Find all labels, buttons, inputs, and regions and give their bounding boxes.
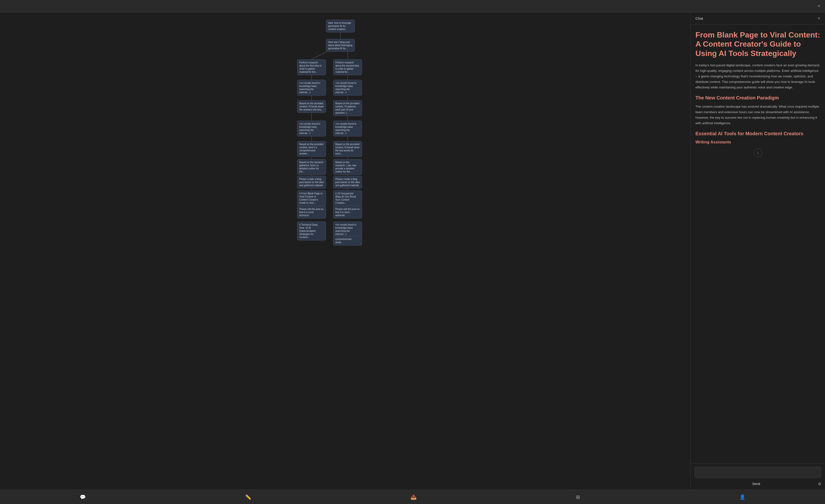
flow-node-n16[interactable]: Please create a blog post based on the i… bbox=[333, 176, 362, 188]
section2-heading: Essential AI Tools for Modern Content Cr… bbox=[695, 131, 820, 137]
section3-heading: Writing Assistants bbox=[695, 140, 820, 145]
flow-node-n15[interactable]: Please create a blog post based on the i… bbox=[297, 176, 326, 188]
flow-node-n3[interactable]: Perform research about the first idea in… bbox=[297, 59, 326, 75]
flow-node-n7[interactable]: Based on the provided context, I'll brea… bbox=[297, 100, 326, 113]
flow-node-n20[interactable]: Please edit the post so that it is more … bbox=[333, 206, 362, 219]
flow-node-n18[interactable]: # 10 Unexpected Ways AI Can Boost Your C… bbox=[333, 190, 362, 206]
flow-node-n2[interactable]: Here are 2 blog post ideas about leverag… bbox=[326, 39, 355, 52]
flow-node-n23[interactable]: comprehensive analy... bbox=[333, 236, 362, 246]
flow-node-n17[interactable]: # From Blank Page to Viral Content: A Co… bbox=[297, 190, 326, 206]
flow-panel: Idea: how to leverage generative AI for … bbox=[0, 12, 690, 490]
nav-chat-icon[interactable]: 💬 bbox=[76, 492, 90, 502]
flow-node-n22[interactable]: <no results found in knowledge base, sea… bbox=[333, 222, 362, 237]
flow-node-n9[interactable]: <no results found in knowledge base, sea… bbox=[297, 120, 326, 137]
flow-node-n11[interactable]: Based on the provided content, here's a … bbox=[297, 141, 326, 157]
flow-node-n6[interactable]: <no results found in knowledge base, sea… bbox=[333, 80, 362, 96]
top-bar: Telechy × bbox=[0, 0, 825, 12]
nav-share-icon[interactable]: 📤 bbox=[407, 492, 421, 502]
flow-node-n13[interactable]: Based on the research gathered, here's a… bbox=[297, 159, 326, 175]
flow-node-n5[interactable]: <no results found in knowledge base, sea… bbox=[297, 80, 326, 96]
flow-node-n21[interactable]: # Technical Deep Dive: 10 AI Implementat… bbox=[297, 222, 326, 241]
search-input[interactable]: Telechy bbox=[4, 4, 814, 8]
article-title: From Blank Page to Viral Content: A Cont… bbox=[695, 30, 820, 58]
flow-node-n14[interactable]: Based on the research, I can now provide… bbox=[333, 159, 362, 175]
flow-node-n4[interactable]: Perform research about the second idea i… bbox=[333, 59, 362, 75]
intro-text: In today's fast-paced digital landscape,… bbox=[695, 63, 820, 90]
flow-node-n12[interactable]: Based on the provided context, I'll brea… bbox=[333, 141, 362, 157]
flow-node-n8[interactable]: Based on the provided context, I'll addr… bbox=[333, 100, 362, 116]
bottom-nav: 💬 ✏️ 📤 ⊞ 👤 bbox=[0, 490, 825, 504]
chat-content: From Blank Page to Viral Content: A Cont… bbox=[691, 24, 825, 464]
close-icon[interactable]: × bbox=[817, 3, 821, 10]
section1-text: The content creation landscape has evolv… bbox=[695, 104, 820, 126]
chat-header-title: Chat bbox=[695, 16, 703, 20]
chat-header: Chat × bbox=[691, 12, 825, 24]
nav-grid-icon[interactable]: ⊞ bbox=[572, 492, 584, 502]
flow-node-n10[interactable]: <no results found in knowledge base, sea… bbox=[333, 120, 362, 137]
chat-bottom-bar: Send ⚙ bbox=[694, 481, 821, 487]
main-layout: Idea: how to leverage generative AI for … bbox=[0, 12, 825, 490]
scroll-down-area: ↓ bbox=[695, 149, 820, 157]
nav-edit-icon[interactable]: ✏️ bbox=[241, 492, 255, 502]
flow-node-n1[interactable]: Idea: how to leverage generative AI for … bbox=[326, 20, 355, 32]
scroll-down-button[interactable]: ↓ bbox=[754, 149, 762, 157]
flow-node-n19[interactable]: Please edit the post so that it is more … bbox=[297, 206, 326, 219]
chat-input[interactable] bbox=[694, 467, 821, 478]
chat-panel: Chat × From Blank Page to Viral Content:… bbox=[690, 12, 825, 490]
send-button[interactable]: Send bbox=[750, 481, 762, 487]
settings-icon[interactable]: ⚙ bbox=[818, 482, 821, 486]
chat-input-area: Send ⚙ bbox=[691, 464, 825, 490]
flow-wrapper: Idea: how to leverage generative AI for … bbox=[283, 17, 408, 214]
nav-user-icon[interactable]: 👤 bbox=[736, 492, 749, 502]
chat-close-button[interactable]: × bbox=[818, 16, 820, 21]
section1-heading: The New Content Creation Paradigm bbox=[695, 95, 820, 101]
